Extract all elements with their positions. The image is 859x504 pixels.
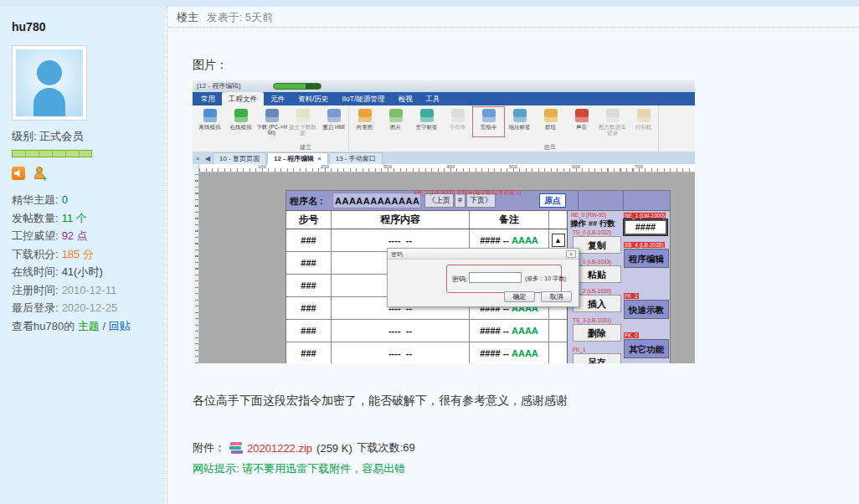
op-button-wrap: TS_3 (LB-1031)删除	[573, 317, 621, 342]
toolbar-item: 宏指令	[473, 107, 504, 136]
control-token-icon	[637, 109, 651, 122]
toolbar-item: 建立下载数据	[287, 107, 318, 136]
avatar-person-icon	[16, 49, 83, 116]
stat-label: 注册时间:	[12, 284, 59, 296]
string-icon	[451, 109, 465, 122]
note-tag: AAAA	[512, 326, 538, 336]
stat-row: 精华主题:0	[12, 191, 165, 209]
download-icon	[265, 109, 279, 122]
toolbar-item-label: 地址标签	[504, 124, 535, 136]
ruler-number: 600	[572, 164, 580, 169]
picture-icon	[389, 109, 403, 122]
attachment-row: 附件： 20201222.zip (259 K) 下载次数:69	[193, 440, 859, 455]
stat-row: 下载积分:185 分	[12, 245, 165, 264]
stat-label: 发帖数量:	[12, 212, 59, 224]
stat-label: 最后登录:	[12, 301, 59, 314]
username-link[interactable]: hu780	[12, 20, 165, 33]
toolbar-item-label: 在线模拟	[225, 124, 256, 136]
stat-value: 11 个	[62, 212, 87, 224]
toolbar-item: 控制权	[628, 107, 659, 136]
op-button-删除: 删除	[573, 324, 621, 342]
scroll-up-button: ▲	[552, 234, 565, 247]
attachment-link[interactable]: 20201222.zip	[247, 442, 312, 455]
document-tab: 10 - 首页页面	[213, 152, 266, 164]
ribbon-tab-常用: 常用	[194, 92, 222, 105]
stat-value: 185 分	[62, 248, 94, 260]
reboot-hmi-icon	[327, 109, 341, 122]
toolbar-item: 在线模拟	[225, 107, 256, 136]
group-separator	[658, 105, 659, 151]
cell-note: ####--AAAA	[470, 320, 549, 342]
ribbon-toolbar: 离线模拟在线模拟下载 (PC->HMI)建立下载数据重启 HMI向量图图片文字标…	[193, 105, 695, 152]
ruler-number: 300	[383, 164, 392, 169]
editor-canvas: 程序名 : AAAAAAAAAAAA 《上页 # 下页》 原点	[199, 172, 695, 363]
attachment-downloads: 下载次数:69	[357, 440, 415, 455]
online-simulation-icon	[234, 109, 248, 122]
replies-link[interactable]: 回贴	[109, 320, 131, 332]
op-annotation: FK_1	[573, 347, 586, 352]
ribbon-tab-工程文件: 工程文件	[222, 92, 264, 105]
toolbar-item-label: 文字标签	[411, 124, 442, 136]
cell-step: ###	[286, 297, 332, 319]
tabbar-close-icon: ×	[193, 153, 203, 164]
message-icon[interactable]	[12, 167, 25, 180]
compile-progress-pill	[273, 83, 321, 90]
password-dialog: 密码 × 密码: (最多：10 字数) 确定 取消	[387, 248, 579, 307]
op-button-粘贴: 粘贴	[573, 265, 621, 283]
topics-link[interactable]: 主题	[78, 320, 100, 332]
toolbar-item-label: 宏指令	[473, 124, 504, 136]
cell-step: ###	[286, 342, 332, 363]
cell-step: ###	[286, 229, 332, 251]
fn-button-其它功能: 其它功能	[624, 339, 669, 358]
cell-step: ###	[286, 252, 332, 274]
ruler-number: 200	[321, 164, 329, 169]
note-number: ####	[480, 326, 500, 336]
user-level: 级别: 正式会员	[12, 129, 165, 144]
stat-row: 发帖数量:11 个	[12, 209, 165, 228]
note-number: ####	[480, 235, 500, 245]
op-button-wrap: FK_1另存	[573, 347, 621, 363]
op-button-wrap: TS_0 (LB-1032)复制	[573, 229, 621, 254]
zip-file-icon	[229, 442, 243, 455]
ribbon-tab-bar: 常用工程文件元件资料/历史IIoT/能源管理检视工具	[193, 92, 695, 105]
toolbar-item-label: 声音	[566, 124, 597, 136]
stat-label: 工控威望:	[12, 229, 59, 242]
fn-button-快速示教: 快速示教	[624, 300, 669, 319]
cell-content: ---- --	[332, 342, 470, 363]
toolbar-item-label: 建立下载数据	[287, 124, 318, 136]
add-friend-icon[interactable]: ＋	[33, 167, 46, 180]
floor-badge: 楼主	[177, 11, 198, 23]
toolbar-item: 重启 HMI	[318, 107, 349, 136]
stat-value: 0	[62, 193, 68, 206]
embedded-screenshot-image[interactable]: [12 - 程序编辑] 常用工程文件元件资料/历史IIoT/能源管理检视工具 离…	[193, 80, 695, 363]
fn-button-程序编辑: 程序编辑	[624, 249, 669, 268]
origin-button: 原点	[539, 193, 566, 208]
sound-icon	[575, 109, 589, 122]
cell-arrow	[549, 342, 567, 363]
tab-close-icon: ×	[317, 155, 321, 162]
stat-row: 工控威望:92 点	[12, 227, 165, 245]
group-separator	[348, 105, 349, 151]
author-sidebar: hu780 级别: 正式会员 ＋ 精华主题:0发帖数量:11	[0, 7, 165, 504]
ribbon-tab-工具: 工具	[419, 92, 446, 105]
note-dash: --	[503, 235, 509, 245]
stat-value: 41(小时)	[62, 265, 103, 278]
toolbar-item-label: 图片	[380, 124, 411, 136]
toolbar-item-label: 离线模拟	[194, 124, 225, 136]
attachment-size: (259 K)	[316, 442, 352, 455]
table-row: ###---- --####--AAAA	[286, 342, 567, 363]
col-content: 程序内容	[332, 211, 470, 229]
avatar[interactable]	[12, 45, 87, 121]
address-tag-icon	[513, 109, 527, 122]
toolbar-item-label: 群组	[535, 124, 566, 136]
user-stats-list: 精华主题:0发帖数量:11 个工控威望:92 点下载积分:185 分在线时间:4…	[12, 191, 165, 317]
note-tag: AAAA	[512, 235, 538, 245]
dialog-close-icon: ×	[566, 250, 576, 258]
toolbar-item: 配方数据库记录	[597, 107, 628, 136]
site-hint: 网站提示: 请不要用迅雷下载附件，容易出错	[193, 461, 859, 476]
user-action-icons: ＋	[12, 167, 165, 180]
macro-annotation: SW_1 (LW-9000) 宏指令(地址索引(寄存器 1)	[414, 189, 521, 197]
build-download-data-icon	[296, 109, 310, 122]
stat-value: 2010-12-11	[62, 284, 117, 296]
row-counter-display: ####	[624, 219, 667, 235]
